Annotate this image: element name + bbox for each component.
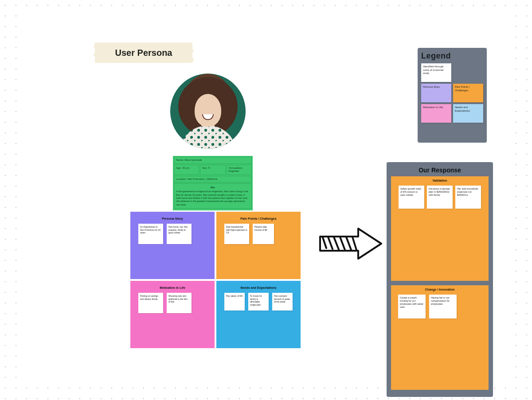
legend-swatch-pain-points[interactable]: Pain Points / Challenges [453,84,483,102]
persona-name: Name: Alisa Quenada [174,157,252,164]
persona-location: Location: San Francisco, California [174,176,252,183]
sticky-note[interactable]: Has home, car, fine property, family & g… [167,224,192,244]
persona-bio-heading: Bio [176,186,250,189]
persona-bio: Bio A first-generation immigrant from Ar… [174,183,252,209]
sticky-note[interactable]: Parents take income of $0 [253,224,274,244]
sticky-note[interactable]: Pay salary of 6% [224,293,245,311]
page-title-banner: User Persona [95,43,192,63]
persona-bio-text: A first-generation immigrant from Argent… [176,190,248,206]
legend-swatch-motivation[interactable]: Motivation in Life [421,104,451,123]
sticky-note[interactable]: Salary growth track of 6% amount a year … [399,186,424,209]
board-persona-story[interactable]: Persona Story An Argentinean in San Fran… [130,212,215,279]
sticky-note[interactable]: Having her in our compensation for emplo… [429,295,457,318]
legend-panel[interactable]: Legend Identified through voice of custo… [418,48,487,143]
legend-swatch-identified[interactable]: Identified through voice of customer stu… [421,63,451,82]
board-motivation[interactable]: Motivation in Life Putting on savings an… [130,281,215,348]
board-title: Persona Story [134,217,211,220]
persona-age: Age: 42 yrs [174,165,199,175]
sticky-note[interactable]: Her side household expenses run $2500/mo [455,186,481,209]
persona-avatar [170,74,246,149]
whiteboard-canvas[interactable]: User Persona Name: Alisa Quenada Age: 42… [20,11,512,386]
response-subtitle: Validation [394,179,486,182]
board-needs[interactable]: Needs and Expectations Pay salary of 6% … [216,281,301,348]
response-board-validation[interactable]: Validation Salary growth track of 6% amo… [391,176,489,281]
board-pain-points[interactable]: Pain Points / Challenges Sole breadwinne… [216,212,301,279]
legend-swatch-needs[interactable]: Needs and Expectations [453,104,483,123]
legend-title: Legend [421,51,483,61]
page-title: User Persona [115,48,172,58]
persona-sex: Sex: F [200,165,225,175]
response-subtitle: Change / Innovation [394,288,486,291]
arrow-icon [317,223,384,263]
sticky-note[interactable]: An Argentinean in San Francisco for 10 y… [138,224,163,244]
response-board-innovation[interactable]: Change / Innovation Create a match-fundi… [391,285,489,390]
sticky-note[interactable]: Introduce a savings plan in $250/200/yr … [427,186,453,209]
persona-role: Occupation: Engineer [227,165,252,175]
response-panel[interactable]: Our Response Validation Salary growth tr… [387,162,493,397]
legend-swatch-persona-story[interactable]: Persona Story [421,84,451,102]
sticky-note[interactable]: Showing care and gratitude to the fam of… [167,293,192,313]
sticky-note[interactable]: Sole breadwinner with high expenses in C… [224,224,249,244]
board-title: Needs and Expectations [220,286,297,289]
sticky-note[interactable]: To invest for family in affordable singl… [248,293,269,311]
response-title: Our Response [391,167,489,174]
sticky-note[interactable]: Putting on savings and always family [138,293,163,313]
sticky-note[interactable]: Create a match-funding for our employees… [398,295,426,318]
sticky-note[interactable]: Has constant amount of spare funds aside [272,293,293,311]
persona-info-card[interactable]: Name: Alisa Quenada Age: 42 yrs Sex: F O… [173,156,253,210]
board-title: Pain Points / Challenges [220,217,297,220]
board-title: Motivation in Life [134,286,211,289]
